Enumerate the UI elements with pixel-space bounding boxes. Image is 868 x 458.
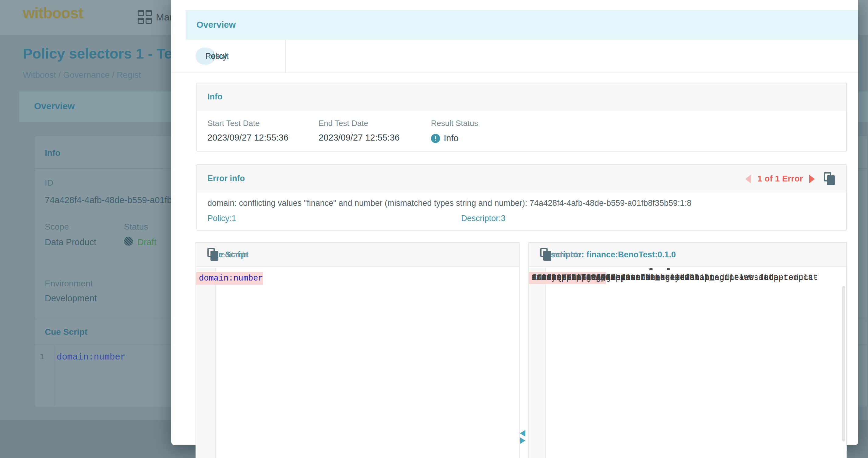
descriptor-editor: 3 domain: finance 4 kind: dataproduct 5 … [529,268,846,458]
breadcrumb[interactable]: Witboost / Governance / Regist [23,70,141,80]
divider [285,40,286,73]
error-info-title: Error info [208,174,245,183]
panel-splitter-handle[interactable] [519,430,527,445]
end-test-date-value: 2023/09/27 12:55:36 [318,133,400,143]
error-message: domain: conflicting values "finance" and… [208,199,691,208]
error-policy-link[interactable]: Policy:1 [208,214,236,223]
error-descriptor-link[interactable]: Descriptor:3 [461,214,505,223]
status-label: Status [124,222,148,232]
result-status-value: Info [444,133,458,143]
result-status-label: Result Status [431,119,478,128]
copy-descriptor-icon[interactable] [540,248,552,261]
gutter-divider [54,345,55,406]
error-pager: 1 of 1 Error [757,174,803,183]
test-info-card: Info Start Test Date 2023/09/27 12:55:36… [196,83,847,151]
next-error-arrow-icon[interactable] [809,175,815,183]
code-panels-area: Cue Script not editable 1 domain:number [195,242,847,458]
line-text: domain:number [196,272,263,285]
cue-script-editor: 1 domain:number [196,268,519,458]
line-text: status: Draft [529,272,596,284]
dialog-title: Overview [196,10,236,40]
end-test-date-label: End Test Date [318,119,368,128]
id-label: ID [45,178,53,188]
descriptor-panel: Descriptor: finance:BenoTest:0.1.0 not e… [528,242,847,458]
descriptor-clipped-line [649,268,653,270]
background-cue-script-title: Cue Script [45,327,87,337]
line-number: 1 [39,352,44,362]
collapse-right-icon [520,437,525,444]
background-cue-code: domain:number [57,352,125,362]
environment-value: Development [45,293,97,304]
start-test-date-value: 2023/09/27 12:55:36 [208,133,288,143]
status-badge: Draft [137,237,157,247]
scope-label: Scope [45,222,69,232]
scope-value: Data Product [45,237,96,247]
nav-menu-label[interactable]: Mar [156,11,173,23]
collapse-left-icon [520,430,525,437]
environment-label: Environment [45,279,93,288]
descriptor-scrollbar[interactable] [842,286,845,441]
card-header: Info [197,83,846,110]
cue-script-panel: Cue Script not editable 1 domain:number [195,242,520,458]
result-policy-toggle: Result Policy [195,48,215,65]
witboost-logo: witboost [23,4,83,22]
tab-policy[interactable]: Policy [205,52,227,61]
info-card-title: Info [208,92,222,102]
card-header: Error info 1 of 1 Error [197,165,846,193]
info-status-icon: ! [431,134,440,143]
previous-error-arrow-icon[interactable] [745,175,751,183]
screen: witboost Mar Policy selectors 1 - Tes Wi… [0,0,868,458]
panel-header: Descriptor: finance:BenoTest:0.1.0 not e… [529,243,846,267]
line-number-gutter [196,268,216,458]
tab-overview-background[interactable]: Overview [34,101,74,111]
copy-cue-script-icon[interactable] [208,248,219,261]
start-test-date-label: Start Test Date [208,119,260,128]
page-title: Policy selectors 1 - Tes [23,45,180,62]
error-info-card: Error info 1 of 1 Error domain: conflict… [196,164,847,231]
line-number-gutter [529,268,546,458]
descriptor-clipped-line [667,268,670,270]
draft-status-icon [124,237,133,246]
apps-grid-icon[interactable] [138,10,153,25]
divider [171,73,858,73]
copy-error-icon[interactable] [824,172,835,186]
panel-header: Cue Script not editable [196,243,519,267]
background-info-title: Info [45,148,60,158]
dialog-header: Overview [186,10,858,40]
